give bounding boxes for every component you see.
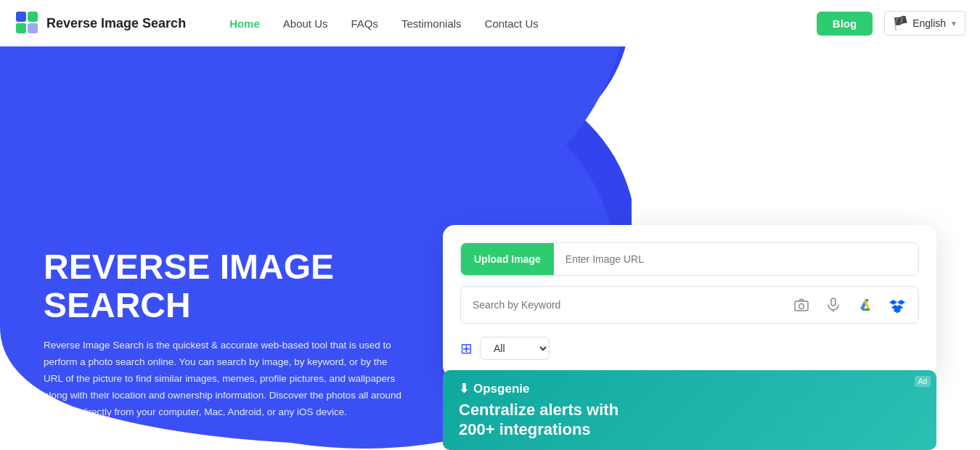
filter-row: ⊞ All Images Videos News [460,334,919,363]
ad-content: ⬇ Opsgenie Centralize alerts with200+ in… [459,381,618,439]
search-icons [780,287,918,323]
logo-icon [15,10,41,36]
mic-icon-button[interactable] [821,292,846,317]
language-selector[interactable]: 🏴 English ▼ [884,11,965,36]
hero-description: Reverse Image Search is the quickest & a… [44,338,407,421]
mic-icon [825,297,841,313]
hero-title: REVERSE IMAGESEARCH [44,248,407,325]
svg-rect-0 [16,12,26,22]
header-right: Blog 🏴 English ▼ [817,11,965,36]
upload-image-button[interactable]: Upload Image [461,243,554,275]
nav-home[interactable]: Home [229,17,260,30]
logo[interactable]: Reverse Image Search [15,10,186,36]
ad-brand-name: Opsgenie [473,382,529,396]
dropbox-icon-button[interactable] [885,292,910,317]
url-input[interactable] [554,243,918,275]
flag-icon: 🏴 [892,15,908,31]
blog-button[interactable]: Blog [817,12,873,36]
filter-select[interactable]: All Images Videos News [480,337,550,360]
ad-tagline: Centralize alerts with200+ integrations [459,401,618,439]
camera-icon-button[interactable] [789,292,814,317]
main-nav: Home About Us FAQs Testimonials Contact … [229,17,817,30]
camera-icon [793,297,809,313]
hero-section: REVERSE IMAGESEARCH Reverse Image Search… [44,248,407,421]
language-label: English [912,17,946,29]
chevron-down-icon: ▼ [950,20,957,28]
search-card: Upload Image [443,225,936,377]
grid-icon: ⊞ [460,340,473,357]
svg-rect-3 [28,23,38,33]
dropbox-icon [889,297,905,313]
logo-text: Reverse Image Search [46,16,186,31]
svg-rect-6 [831,298,836,306]
keyword-input[interactable] [461,290,780,319]
ad-label: Ad [915,376,931,387]
svg-rect-1 [28,12,38,22]
header: Reverse Image Search Home About Us FAQs … [0,0,980,46]
keyword-row [460,286,919,324]
nav-testimonials[interactable]: Testimonials [401,17,462,30]
nav-faqs[interactable]: FAQs [351,17,379,30]
nav-about[interactable]: About Us [283,17,328,30]
google-drive-icon [857,297,873,313]
ad-banner: ⬇ Opsgenie Centralize alerts with200+ in… [443,370,936,450]
nav-contact[interactable]: Contact Us [485,17,539,30]
ad-brand: ⬇ Opsgenie [459,381,618,396]
svg-point-5 [799,304,804,309]
google-drive-icon-button[interactable] [853,292,878,317]
svg-rect-2 [16,23,26,33]
url-row: Upload Image [460,242,919,276]
ad-arrow-icon: ⬇ [459,381,469,396]
